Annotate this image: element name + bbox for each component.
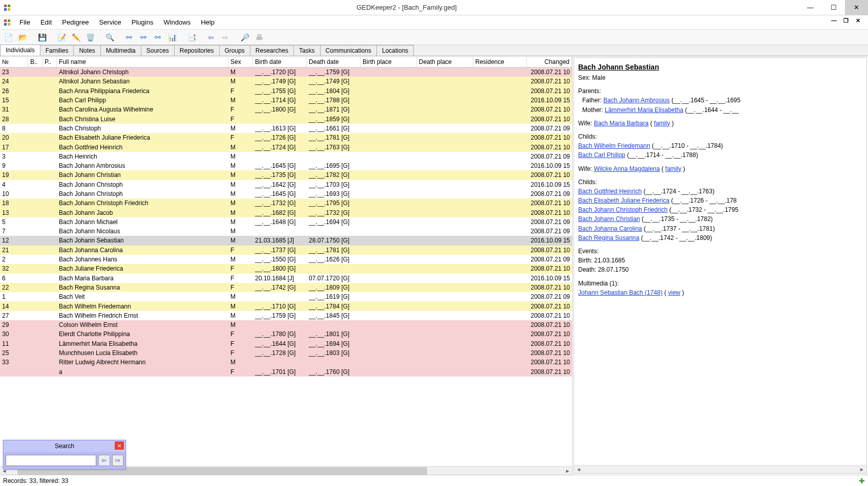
tree-descendants-icon[interactable]: ⚯ (137, 31, 150, 43)
table-row[interactable]: 32Bach Juliane FriedericaF__.__.1800 [G]… (0, 264, 572, 273)
detail-h-scrollbar[interactable]: ◄ ► (574, 465, 866, 473)
back-icon[interactable]: ⇦ (205, 31, 217, 43)
table-row[interactable]: 6Bach Maria BarbaraF20.10.1684 [J]07.07.… (0, 274, 572, 283)
search-titlebar[interactable]: Search ✕ (4, 440, 125, 452)
scroll-right-icon[interactable]: ► (857, 467, 866, 472)
mdi-restore-button[interactable]: ❐ (843, 17, 854, 28)
forward-icon[interactable]: ⇨ (219, 31, 231, 43)
mdi-minimize-button[interactable]: — (831, 17, 841, 28)
child-link[interactable]: Bach Elisabeth Juliane Friederica (578, 197, 669, 204)
table-row[interactable]: 28Bach Christina LuiseF__.__.1859 [G]200… (0, 114, 572, 123)
tab-locations[interactable]: Locations (376, 45, 414, 56)
preview-icon[interactable]: 🔎 (239, 31, 251, 43)
table-row[interactable]: 19Bach Johann ChristianM__.__.1735 [G]__… (0, 170, 572, 180)
table-row[interactable]: 12Bach Johann SebastianM21.03.1685 [J]28… (0, 236, 572, 245)
menu-pedigree[interactable]: Pedigree (57, 16, 94, 28)
table-row[interactable]: 10Bach Johann ChristophM__.__.1645 [G]__… (0, 189, 572, 198)
family2-link[interactable]: family (665, 165, 681, 172)
col-header[interactable]: B.. (28, 57, 43, 67)
table-row[interactable]: 18Bach Johann Christoph FriedrichM__.__.… (0, 198, 572, 208)
table-row[interactable]: 26Bach Anna Philippiana FriedericaF__.__… (0, 86, 572, 96)
table-row[interactable]: 30Elerdt Charlotte PhilippinaF__.__.1780… (0, 329, 572, 339)
menu-windows[interactable]: Windows (158, 16, 196, 28)
scroll-right-icon[interactable]: ► (563, 468, 572, 474)
table-row[interactable]: 5Bach Johann MichaelM__.__.1648 [G]__.__… (0, 217, 572, 227)
col-header[interactable]: Residence (473, 57, 527, 67)
col-header[interactable]: Full name (57, 57, 228, 67)
wife2-link[interactable]: Wilcke Anna Magdalena (594, 165, 660, 172)
menu-service[interactable]: Service (94, 16, 126, 28)
multimedia-link[interactable]: Johann Sebastian Bach (1748) (578, 289, 663, 296)
tab-sources[interactable]: Sources (141, 45, 175, 56)
table-row[interactable]: 23Altnikol Johann ChristophM__.__.1720 [… (0, 68, 572, 77)
tab-repositories[interactable]: Repositories (174, 45, 220, 56)
add-record-icon[interactable]: 📝 (55, 31, 68, 43)
plugin-status-icon[interactable]: ✚ (859, 477, 865, 485)
menu-file[interactable]: File (14, 16, 35, 28)
tree-ancestors-icon[interactable]: ⚯ (123, 31, 135, 43)
pedigree-icon[interactable]: 📊 (166, 31, 178, 43)
maximize-button[interactable]: ☐ (822, 0, 845, 15)
table-row[interactable]: 24Altnikol Johann SebastianM__.__.1749 [… (0, 77, 572, 86)
table-row[interactable]: 20Bach Elisabeth Juliane FriedericaF__._… (0, 133, 572, 142)
family1-link[interactable]: family (654, 120, 670, 127)
wife1-link[interactable]: Bach Maria Barbara (594, 120, 649, 127)
table-row[interactable]: 2Bach Johannes HansM__.__.1550 [G]__.__.… (0, 255, 572, 264)
table-row[interactable]: 1Bach VeitM__.__.1619 [G]2008.07.21 09 (0, 292, 572, 301)
search-close-button[interactable]: ✕ (115, 441, 124, 450)
table-row[interactable]: 8Bach ChristophM__.__.1613 [G]__.__.1661… (0, 124, 572, 133)
table-row[interactable]: 11Lämmerhirt Maria ElisabethaF__.__.1644… (0, 339, 572, 348)
open-file-icon[interactable]: 📂 (16, 31, 29, 43)
table-row[interactable]: aF__.__.1701 [G]__.__.1760 [G]2008.07.21… (0, 367, 572, 377)
child-link[interactable]: Bach Johann Christian (578, 215, 640, 223)
table-row[interactable]: 13Bach Johann JacobM__.__.1682 [G]__.__.… (0, 208, 572, 217)
table-row[interactable]: 29Colson Wilhelm ErnstM2008.07.21 10 (0, 320, 572, 329)
child-link[interactable]: Bach Regina Susanna (578, 234, 639, 241)
search-prev-button[interactable]: ⇦ (98, 455, 110, 466)
father-link[interactable]: Bach Johann Ambrosius (603, 97, 669, 104)
table-body[interactable]: 23Altnikol Johann ChristophM__.__.1720 [… (0, 68, 572, 466)
table-row[interactable]: 25Munchhusen Lucia ElisabethF__.__.1728 … (0, 348, 572, 358)
mdi-close-button[interactable]: ✕ (856, 17, 866, 28)
child-link[interactable]: Bach Carl Philipp (578, 151, 625, 159)
menu-plugins[interactable]: Plugins (126, 16, 159, 28)
close-button[interactable]: ✕ (845, 0, 868, 15)
tab-multimedia[interactable]: Multimedia (100, 45, 141, 56)
tab-notes[interactable]: Notes (73, 45, 100, 56)
child-link[interactable]: Bach Johann Christoph Friedrich (578, 206, 668, 213)
tree-both-icon[interactable]: ⚯ (152, 31, 164, 43)
col-header[interactable]: Death date (307, 57, 361, 67)
tab-individuals[interactable]: Individuals (0, 45, 40, 56)
mother-link[interactable]: Lämmerhirt Maria Elisabetha (605, 106, 683, 114)
table-row[interactable]: 9Bach Johann AmbrosiusM__.__.1645 [G]__.… (0, 161, 572, 170)
col-header[interactable]: № (0, 57, 28, 67)
table-row[interactable]: 17Bach Gottfried HeinrichM__.__.1724 [G]… (0, 142, 572, 151)
menu-edit[interactable]: Edit (35, 16, 57, 28)
child-link[interactable]: Bach Gottfried Heinrich (578, 188, 642, 195)
print-icon[interactable]: 🖶 (253, 31, 265, 43)
delete-record-icon[interactable]: 🗑️ (84, 31, 96, 43)
table-row[interactable]: 31Bach Carolina Augusta WilhelmineF__.__… (0, 105, 572, 114)
search-next-button[interactable]: ⇨ (112, 455, 124, 466)
child-link[interactable]: Bach Johanna Carolina (578, 225, 642, 232)
view-link[interactable]: view (668, 289, 680, 296)
tab-families[interactable]: Families (40, 45, 74, 56)
table-row[interactable]: 4Bach Johann ChristophM__.__.1642 [G]__.… (0, 180, 572, 189)
table-row[interactable]: 33Ritter Ludwig Albrecht HermannM2008.07… (0, 358, 572, 367)
tab-researches[interactable]: Researches (250, 45, 294, 56)
table-row[interactable]: 21Bach Johanna CarolinaF__.__.1737 [G]__… (0, 246, 572, 255)
table-row[interactable]: 22Bach Regina SusannaF__.__.1742 [G]__._… (0, 283, 572, 292)
table-row[interactable]: 15Bach Carl PhilippM__.__.1714 [G]__.__.… (0, 96, 572, 105)
scroll-left-icon[interactable]: ◄ (574, 467, 583, 472)
col-header[interactable]: Birth place (361, 57, 417, 67)
menu-help[interactable]: Help (196, 16, 220, 28)
tab-groups[interactable]: Groups (219, 45, 250, 56)
filter-icon[interactable]: 🔍 (103, 31, 116, 43)
col-header[interactable]: Death place (417, 57, 473, 67)
col-header[interactable]: P.. (43, 57, 57, 67)
col-header[interactable]: Sex (228, 57, 253, 67)
tab-communications[interactable]: Communications (320, 45, 377, 56)
stats-icon[interactable]: 📑 (185, 31, 198, 43)
col-header[interactable]: Birth date (253, 57, 307, 67)
table-row[interactable]: 14Bach Wilhelm FriedemannM__.__.1710 [G]… (0, 301, 572, 311)
